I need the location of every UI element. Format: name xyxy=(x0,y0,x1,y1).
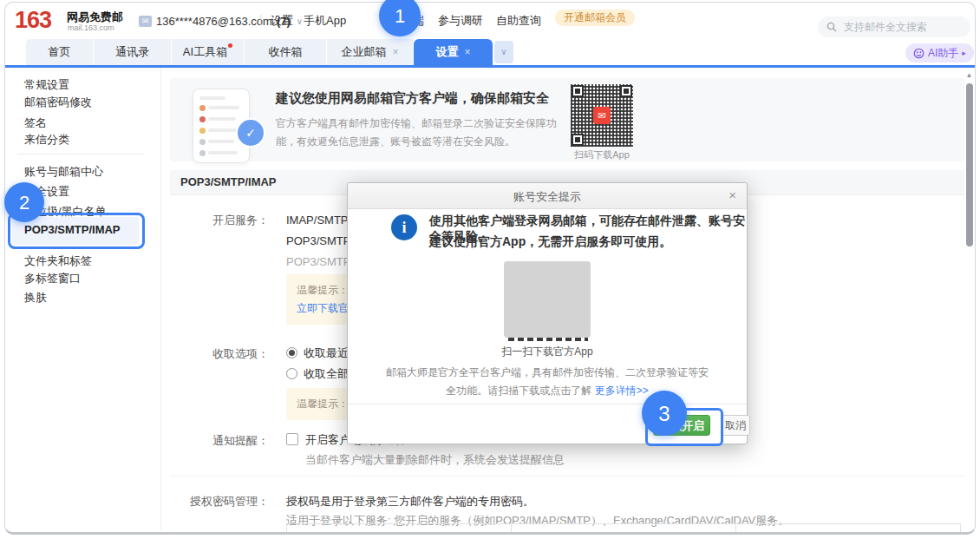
ai-assistant-button[interactable]: AI助手 ▸ xyxy=(905,43,974,62)
radio-selected-icon[interactable] xyxy=(286,347,297,358)
sidebar-item-folders-labels[interactable]: 文件夹和标签 xyxy=(24,253,92,269)
banner-title: 建议您使用网易邮箱官方客户端，确保邮箱安全 xyxy=(276,90,549,107)
radio-unselected-icon[interactable] xyxy=(286,368,297,379)
tab-inbox-label: 收件箱 xyxy=(269,45,303,58)
scrollbar-thumb[interactable] xyxy=(966,83,973,246)
logo-domain: mail.163.com xyxy=(68,23,114,32)
header-separator: | xyxy=(259,12,262,25)
tab-settings-label: 设置 xyxy=(435,45,458,58)
open-service-label: 开启服务： xyxy=(156,213,269,228)
info-icon: i xyxy=(391,214,417,240)
auth-table-top-border xyxy=(286,523,961,524)
cancel-button[interactable]: 取消 xyxy=(721,415,750,436)
auth-table-border xyxy=(960,523,961,533)
tab-inbox[interactable]: 收件箱 xyxy=(245,39,327,65)
dialog-title-bar: 账号安全提示 × xyxy=(348,183,747,209)
section-title: POP3/SMTP/IMAP xyxy=(180,175,277,188)
auth-table-border xyxy=(511,523,512,533)
tab-ai-toolbox-label: AI工具箱 xyxy=(183,45,227,58)
screenshot-root: { "glyphs": { "caret_down": "∨", "pipe":… xyxy=(0,0,980,539)
dialog-qr-caption: 扫一扫下载官方App xyxy=(348,345,747,359)
banner-desc-line1: 官方客户端具有邮件加密传输、邮箱登录二次验证安全保障功 xyxy=(276,116,557,131)
sidebar-item-signature[interactable]: 签名 xyxy=(24,115,47,131)
auth-password-label: 授权密码管理： xyxy=(156,494,269,509)
auth-line1: 授权码是用于登录第三方邮件客户端的专用密码。 xyxy=(286,494,534,509)
tab-overflow-chevron[interactable]: ∨ xyxy=(494,41,513,63)
section-divider xyxy=(170,476,964,477)
tab-home-label: 首页 xyxy=(49,45,71,58)
tab-enterprise-label: 企业邮箱 xyxy=(341,45,386,58)
envelope-icon: ✉ xyxy=(139,16,152,27)
close-icon[interactable]: × xyxy=(728,187,736,202)
close-icon[interactable]: × xyxy=(392,46,398,58)
tab-ai-toolbox[interactable]: AI工具箱 xyxy=(172,39,245,65)
notify-label: 通知提醒： xyxy=(156,433,269,449)
nav-settings[interactable]: 设置 xyxy=(271,13,293,29)
nav-mobile-app[interactable]: 手机App xyxy=(304,13,346,29)
sidebar-item-password[interactable]: 邮箱密码修改 xyxy=(24,95,92,110)
shield-check-icon: ✓ xyxy=(236,118,265,148)
account-email: 136****4876@163.com xyxy=(156,15,272,28)
ai-assistant-label: AI助手 xyxy=(928,46,958,61)
dialog-desc-line1: 邮箱大师是官方全平台客户端，具有邮件加密传输、二次登录验证等安 xyxy=(348,365,747,380)
dialog-message-line2: 建议使用官方App，无需开启服务即可使用。 xyxy=(429,234,671,250)
notify-note: 当邮件客户端大量删除邮件时，系统会发送提醒信息 xyxy=(305,452,565,468)
dialog-qr-placeholder xyxy=(504,261,591,338)
member-badge[interactable]: 开通邮箱会员 xyxy=(555,10,635,26)
tab-contacts[interactable]: 通讯录 xyxy=(94,39,172,65)
more-details-link[interactable]: 更多详情>> xyxy=(595,385,649,397)
step-3-marker: 3 xyxy=(642,391,687,436)
fetch-options-label: 收取选项： xyxy=(156,346,269,362)
sidebar-item-general[interactable]: 常规设置 xyxy=(24,77,69,93)
sidebar-item-skin[interactable]: 换肤 xyxy=(24,290,47,306)
notification-dot-icon xyxy=(228,43,232,48)
step-1-marker: 1 xyxy=(379,0,421,36)
arrow-right-icon: ▸ xyxy=(962,49,966,57)
security-warning-dialog: 账号安全提示 × i 使用其他客户端登录网易邮箱，可能存在邮件泄露、账号安全等风… xyxy=(347,182,748,444)
qr-caption: 扫码下载App xyxy=(563,148,641,161)
dialog-title: 账号安全提示 xyxy=(348,189,747,205)
close-icon[interactable]: × xyxy=(464,46,470,58)
auth-table-border xyxy=(735,523,736,533)
tab-home[interactable]: 首页 xyxy=(26,39,94,65)
sidebar-divider xyxy=(17,154,144,154)
dialog-footer-divider xyxy=(348,404,747,404)
dialog-desc-line2: 全功能。请扫描下载或点击了解 更多详情>> xyxy=(348,384,747,398)
auth-line2: 适用于登录以下服务: 您开启的服务（例如POP3/IMAP/SMTP）、Exch… xyxy=(286,513,789,529)
tab-contacts-label: 通讯录 xyxy=(115,45,149,58)
search-input[interactable] xyxy=(842,20,967,34)
nav-self-service[interactable]: 自助查询 xyxy=(496,13,541,29)
sidebar-item-incoming-sort[interactable]: 来信分类 xyxy=(24,132,69,148)
search-box[interactable] xyxy=(818,16,970,37)
sidebar-item-multitab[interactable]: 多标签窗口 xyxy=(24,271,81,286)
nav-survey[interactable]: 参与调研 xyxy=(438,13,483,29)
sidebar-item-account-center[interactable]: 账号与邮箱中心 xyxy=(24,164,103,180)
dialog-desc-line2-text: 全功能。请扫描下载或点击了解 xyxy=(446,385,594,397)
search-icon xyxy=(826,22,837,32)
tab-settings[interactable]: 设置× xyxy=(414,39,493,65)
auth-table-border xyxy=(286,523,287,533)
mail-master-logo-icon: ✉ xyxy=(593,107,611,124)
tab-enterprise-mail[interactable]: 企业邮箱× xyxy=(327,39,414,65)
step-2-marker: 2 xyxy=(4,182,44,222)
chevron-down-icon: ∨ xyxy=(297,16,303,26)
smiley-icon xyxy=(913,48,924,59)
scroll-up-arrow[interactable]: ▲ xyxy=(964,71,974,82)
download-qr-code: ✉ xyxy=(571,84,633,147)
banner-desc-line2: 能，有效避免信息泄露、账号被盗等潜在安全风险。 xyxy=(276,135,515,149)
logo-163[interactable]: 163 xyxy=(15,7,51,34)
checkbox-icon[interactable] xyxy=(286,433,298,445)
